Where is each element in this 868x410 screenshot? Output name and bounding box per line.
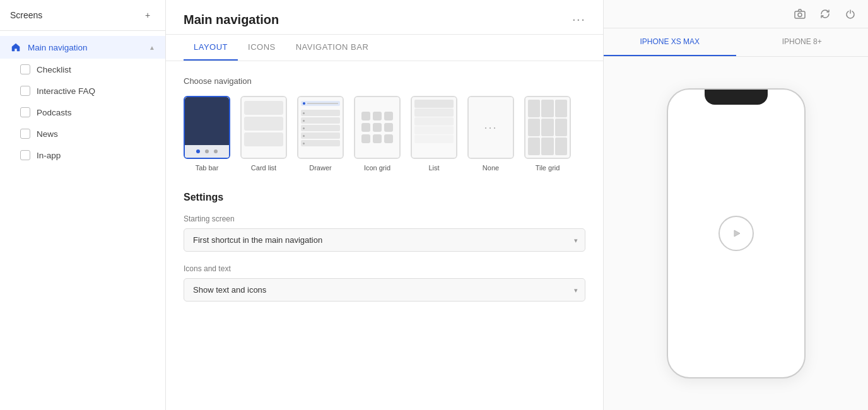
sidebar-item-interactive-faq[interactable]: Interactive FAQ xyxy=(0,80,165,102)
tab-bar-label: Tab bar xyxy=(196,164,219,172)
tab-iphone-8plus[interactable]: IPHONE 8+ xyxy=(736,28,869,56)
nav-option-card-list[interactable]: Card list xyxy=(240,96,287,172)
list-item-5 xyxy=(414,135,454,143)
tab-layout[interactable]: LAYOUT xyxy=(184,35,238,61)
drawer-item-5 xyxy=(301,140,340,146)
tile-5 xyxy=(541,119,553,136)
icons-and-text-select[interactable]: Show text and icons Show icons only Show… xyxy=(184,278,585,302)
none-label: None xyxy=(483,164,499,172)
bullet-5 xyxy=(303,143,305,144)
tile-grid-preview xyxy=(524,96,571,159)
tab-bar-graphic xyxy=(185,97,229,158)
phone-notch xyxy=(705,90,768,105)
checkbox-icon xyxy=(20,129,30,139)
drawer-item-4 xyxy=(301,132,340,139)
tile-1 xyxy=(528,100,540,117)
settings-title: Settings xyxy=(184,192,585,203)
grid-cell-9 xyxy=(384,134,393,143)
tab-navigation-bar[interactable]: NAVIGATION BAR xyxy=(286,35,379,61)
sidebar-item-in-app[interactable]: In-app xyxy=(0,144,165,166)
list-item-2 xyxy=(414,108,454,117)
camera-icon[interactable] xyxy=(792,6,807,21)
sidebar-item-label: Main navigation xyxy=(28,43,143,52)
grid-cell-8 xyxy=(373,134,382,143)
icon-grid-label: Icon grid xyxy=(364,164,390,172)
nav-option-none[interactable]: ··· None xyxy=(467,96,514,172)
tab-iphone-xs-max[interactable]: IPHONE XS MAX xyxy=(604,28,736,56)
nav-option-drawer[interactable]: Drawer xyxy=(297,96,344,172)
sidebar-item-checklist[interactable]: Checklist xyxy=(0,59,165,80)
starting-screen-select-wrapper: First shortcut in the main navigation La… xyxy=(184,228,585,252)
refresh-icon[interactable] xyxy=(818,6,833,21)
grid-cell-2 xyxy=(373,112,382,120)
grid-cell-1 xyxy=(361,112,370,120)
checkbox-icon xyxy=(20,64,30,74)
sidebar-item-main-navigation[interactable]: Main navigation ▲ xyxy=(0,36,165,59)
drawer-label: Drawer xyxy=(309,164,331,172)
chevron-up-icon: ▲ xyxy=(149,44,155,51)
drawer-item-2 xyxy=(301,117,340,124)
tile-2 xyxy=(541,100,553,117)
drawer-dot xyxy=(303,102,305,105)
drawer-items xyxy=(301,110,340,146)
nav-option-tab-bar[interactable]: Tab bar xyxy=(184,96,230,172)
navigation-options: Tab bar Card list xyxy=(184,96,585,172)
sidebar-item-news[interactable]: News xyxy=(0,123,165,144)
checkbox-icon xyxy=(20,107,30,117)
power-icon[interactable] xyxy=(843,6,858,21)
icons-and-text-label: Icons and text xyxy=(184,264,585,273)
tab-bar-preview xyxy=(184,96,230,159)
right-panel-tabs: IPHONE XS MAX IPHONE 8+ xyxy=(604,28,868,57)
card-3 xyxy=(244,132,283,146)
right-panel-toolbar xyxy=(604,0,868,28)
drawer-item-3 xyxy=(301,125,340,131)
list-label: List xyxy=(428,164,439,172)
grid-cell-7 xyxy=(361,134,370,143)
sidebar-header: Screens + xyxy=(0,0,165,31)
main-header: Main navigation ··· xyxy=(166,0,603,35)
phone-frame xyxy=(667,88,806,378)
drawer-item-1 xyxy=(301,110,340,116)
tab-icons[interactable]: ICONS xyxy=(238,35,286,61)
drawer-preview xyxy=(297,96,344,159)
sidebar-item-label: News xyxy=(37,129,155,139)
bullet-2 xyxy=(303,120,305,122)
tile-grid-label: Tile grid xyxy=(536,164,560,172)
card-list-label: Card list xyxy=(251,164,276,172)
list-item-4 xyxy=(414,126,454,134)
nav-option-icon-grid[interactable]: Icon grid xyxy=(354,96,401,172)
starting-screen-select[interactable]: First shortcut in the main navigation La… xyxy=(184,228,585,252)
play-button[interactable] xyxy=(718,216,754,251)
add-screen-button[interactable]: + xyxy=(140,8,155,23)
sidebar-item-podcasts[interactable]: Podcasts xyxy=(0,102,165,123)
phone-content xyxy=(668,90,804,377)
tab-dot-2 xyxy=(205,149,209,153)
list-item-3 xyxy=(414,117,454,126)
list-graphic xyxy=(412,97,456,158)
icons-and-text-field: Icons and text Show text and icons Show … xyxy=(184,264,585,302)
main-title: Main navigation xyxy=(184,13,279,27)
bullet-4 xyxy=(303,135,305,137)
more-options-button[interactable]: ··· xyxy=(572,11,585,28)
tile-8 xyxy=(541,138,553,155)
checkbox-icon xyxy=(20,86,30,96)
starting-screen-field: Starting screen First shortcut in the ma… xyxy=(184,214,585,252)
list-preview xyxy=(411,96,457,159)
icon-grid-preview xyxy=(354,96,401,159)
right-panel: IPHONE XS MAX IPHONE 8+ xyxy=(603,0,868,410)
tab-dot-3 xyxy=(214,149,218,153)
starting-screen-label: Starting screen xyxy=(184,214,585,223)
nav-option-list[interactable]: List xyxy=(411,96,457,172)
sidebar-item-label: Interactive FAQ xyxy=(37,86,155,96)
icons-and-text-select-wrapper: Show text and icons Show icons only Show… xyxy=(184,278,585,302)
nav-option-tile-grid[interactable]: Tile grid xyxy=(524,96,571,172)
sidebar-item-label: In-app xyxy=(37,151,155,160)
tile-3 xyxy=(555,100,567,117)
sidebar-item-label: Checklist xyxy=(37,65,155,74)
grid-cell-6 xyxy=(384,123,393,132)
sidebar-item-label: Podcasts xyxy=(37,108,155,117)
sidebar-title: Screens xyxy=(10,10,42,20)
icon-grid-graphic xyxy=(355,97,399,158)
bullet-3 xyxy=(303,127,305,129)
sidebar: Screens + Main navigation ▲ Checklist In… xyxy=(0,0,166,410)
